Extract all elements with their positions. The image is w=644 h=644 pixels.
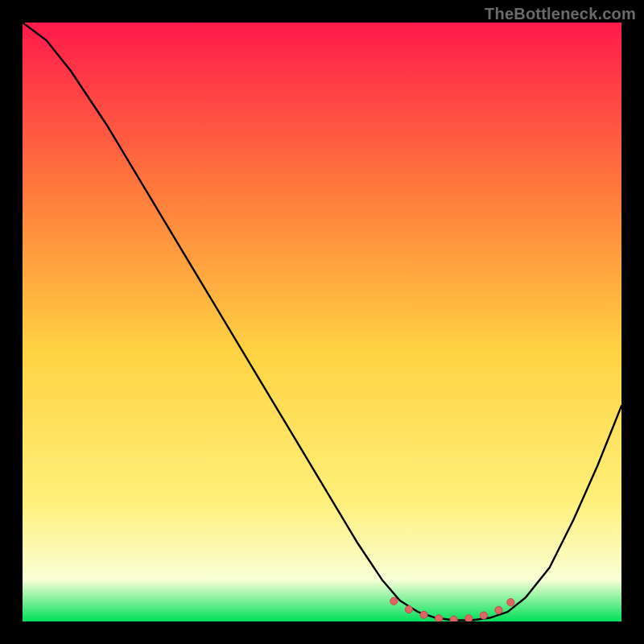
- optimal-marker: [435, 615, 442, 621]
- optimal-marker: [420, 611, 427, 618]
- optimal-marker: [405, 606, 412, 613]
- optimal-marker: [465, 615, 473, 621]
- gradient-background: [23, 23, 621, 621]
- optimal-marker: [495, 606, 502, 613]
- optimal-marker: [450, 616, 457, 621]
- optimal-marker: [480, 612, 487, 619]
- optimal-marker: [507, 599, 514, 606]
- chart-frame: TheBottleneck.com: [0, 0, 644, 644]
- optimal-marker: [390, 597, 398, 605]
- watermark-text: TheBottleneck.com: [485, 5, 636, 23]
- plot-area: [23, 23, 621, 621]
- chart-svg: [23, 23, 621, 621]
